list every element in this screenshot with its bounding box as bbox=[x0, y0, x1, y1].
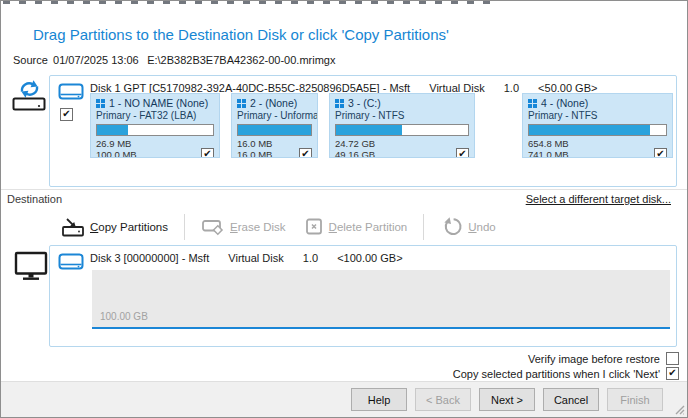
partition-box-3[interactable]: 3 - (C:) Primary - NTFS 24.72 GB 49.16 G… bbox=[329, 93, 475, 158]
disk-capacity-label: 100.00 GB bbox=[100, 311, 148, 322]
windows-logo-icon bbox=[237, 99, 246, 108]
disk-drive-icon bbox=[58, 81, 84, 103]
copy-partitions-button[interactable]: Copy Partitions bbox=[56, 214, 173, 240]
toolbar-separator bbox=[423, 214, 424, 240]
copy-partitions-icon bbox=[61, 216, 85, 238]
next-button[interactable]: Next > bbox=[479, 388, 535, 411]
partition-filesystem: Primary - NTFS bbox=[335, 110, 469, 121]
disk-select-checkbox[interactable] bbox=[60, 108, 73, 121]
help-button[interactable]: Help bbox=[351, 388, 407, 411]
partition-box-4[interactable]: 4 - (None) Primary - NTFS 654.8 MB 741.0… bbox=[522, 93, 673, 158]
partition-total-size: 741.0 MB bbox=[528, 149, 569, 158]
section-separator bbox=[1, 189, 687, 190]
partition-sizes: 16.0 MB 16.0 MB bbox=[237, 138, 272, 158]
destination-disk-area[interactable]: 100.00 GB bbox=[92, 270, 670, 327]
partition-total-size: 16.0 MB bbox=[237, 149, 272, 158]
copy-selected-row: Copy selected partitions when I click 'N… bbox=[453, 367, 679, 380]
undo-button[interactable]: Undo bbox=[435, 214, 501, 240]
copy-selected-label: Copy selected partitions when I click 'N… bbox=[453, 368, 660, 380]
partition-usage-fill bbox=[97, 125, 128, 135]
partition-sizes: 26.9 MB 100.0 MB bbox=[96, 138, 137, 158]
destination-disk-panel: Disk 3 [00000000] - Msft Virtual Disk 1.… bbox=[49, 245, 677, 347]
partition-name: 3 - (C:) bbox=[348, 97, 381, 109]
partition-name: 2 - (None) bbox=[250, 97, 297, 109]
destination-disk-info: Disk 3 [00000000] - Msft Virtual Disk 1.… bbox=[90, 252, 403, 264]
destination-section-label: Destination bbox=[7, 193, 62, 205]
disk-drive-icon bbox=[58, 251, 84, 273]
partition-usage-fill bbox=[529, 125, 650, 135]
partition-box-2[interactable]: 2 - (None) Primary - Unformatted 16.0 MB… bbox=[231, 93, 318, 158]
backup-image-path: E:\2B382B3E7BA42362-00-00.mrimgx bbox=[147, 54, 335, 66]
partition-filesystem: Primary - Unformatted bbox=[237, 110, 312, 121]
partition-used-size: 26.9 MB bbox=[96, 138, 137, 149]
select-target-disk-link[interactable]: Select a different target disk... bbox=[526, 193, 671, 205]
windows-logo-icon bbox=[335, 99, 344, 108]
source-section-label: Source bbox=[13, 54, 50, 66]
cancel-button[interactable]: Cancel bbox=[543, 388, 599, 411]
restore-wizard-dialog: Drag Partitions to the Destination Disk … bbox=[0, 0, 688, 418]
verify-image-row: Verify image before restore bbox=[528, 352, 679, 365]
verify-image-checkbox[interactable] bbox=[666, 352, 679, 365]
partition-sizes: 24.72 GB 49.16 GB bbox=[335, 138, 375, 158]
partition-usage-bar bbox=[237, 124, 312, 136]
restore-to-disk-icon bbox=[11, 78, 47, 112]
partition-name: 4 - (None) bbox=[541, 97, 588, 109]
source-disk-panel: Disk 1 GPT [C5170982-392A-40DC-B55C-8250… bbox=[49, 75, 677, 187]
backup-timestamp: 01/07/2025 13:06 bbox=[53, 54, 144, 66]
partition-usage-bar bbox=[96, 124, 214, 136]
partition-select-checkbox[interactable] bbox=[299, 148, 312, 158]
partition-select-checkbox[interactable] bbox=[201, 148, 214, 158]
partition-select-checkbox[interactable] bbox=[654, 148, 667, 158]
undo-icon bbox=[440, 216, 463, 238]
partition-usage-fill bbox=[336, 125, 402, 135]
partition-filesystem: Primary - FAT32 (LBA) bbox=[96, 110, 214, 121]
copy-selected-checkbox[interactable] bbox=[666, 367, 679, 380]
partition-box-1[interactable]: 1 - NO NAME (None) Primary - FAT32 (LBA)… bbox=[90, 93, 220, 158]
destination-disk-version: 1.0 bbox=[303, 252, 318, 264]
back-button[interactable]: < Back bbox=[415, 388, 471, 411]
partition-used-size: 24.72 GB bbox=[335, 138, 375, 149]
source-summary: Source 01/07/2025 13:06 E:\2B382B3E7BA42… bbox=[13, 54, 335, 66]
delete-partition-button[interactable]: Delete Partition bbox=[299, 214, 413, 240]
wizard-button-bar: Help < Back Next > Cancel Finish bbox=[1, 381, 687, 417]
clipped-window-edge bbox=[3, 1, 499, 4]
verify-image-label: Verify image before restore bbox=[528, 353, 660, 365]
partition-sizes: 654.8 MB 741.0 MB bbox=[528, 138, 569, 158]
disk-area-underline bbox=[92, 327, 670, 329]
destination-disk-kind: Virtual Disk bbox=[228, 252, 283, 264]
delete-partition-icon bbox=[304, 216, 324, 238]
partition-total-size: 49.16 GB bbox=[335, 149, 375, 158]
destination-disk-title: Disk 3 [00000000] - Msft bbox=[90, 252, 209, 264]
source-disk-version: 1.0 bbox=[504, 82, 519, 94]
partition-total-size: 100.0 MB bbox=[96, 149, 137, 158]
partition-name: 1 - NO NAME (None) bbox=[109, 97, 208, 109]
partition-usage-bar bbox=[528, 124, 667, 136]
destination-disk-size: <100.00 GB> bbox=[337, 252, 402, 264]
windows-logo-icon bbox=[528, 99, 537, 108]
resize-grip[interactable] bbox=[672, 402, 685, 415]
this-computer-icon bbox=[13, 250, 49, 282]
windows-logo-icon bbox=[96, 99, 105, 108]
erase-disk-icon bbox=[201, 216, 225, 238]
partition-usage-bar bbox=[335, 124, 469, 136]
partition-used-size: 654.8 MB bbox=[528, 138, 569, 149]
partition-usage-fill bbox=[238, 125, 311, 135]
toolbar-separator bbox=[184, 214, 185, 240]
partition-used-size: 16.0 MB bbox=[237, 138, 272, 149]
partition-filesystem: Primary - NTFS bbox=[528, 110, 667, 121]
page-title: Drag Partitions to the Destination Disk … bbox=[33, 26, 449, 43]
destination-toolbar: Copy Partitions Erase Disk Delete Partit… bbox=[56, 213, 501, 241]
finish-button[interactable]: Finish bbox=[607, 388, 663, 411]
partition-select-checkbox[interactable] bbox=[456, 148, 469, 158]
erase-disk-button[interactable]: Erase Disk bbox=[196, 214, 291, 240]
